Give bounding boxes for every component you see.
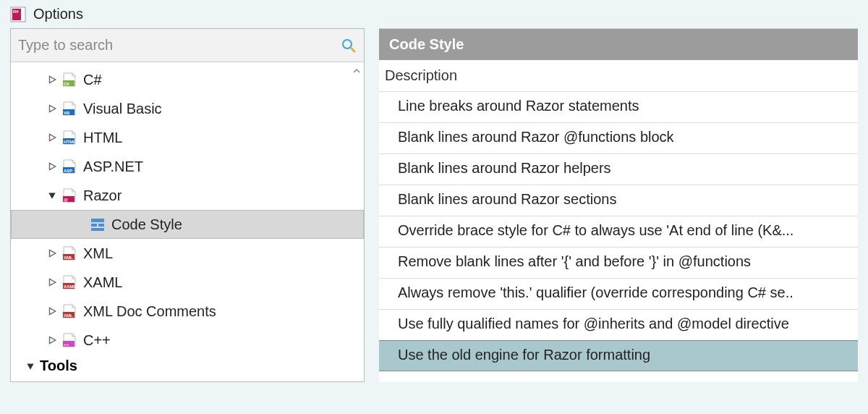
tree: C#C#VBVisual BasicHTMLHTMLASPASP.NET@Raz… xyxy=(11,62,364,381)
caret-down-icon xyxy=(47,190,57,200)
xaml-file-icon: XAML xyxy=(61,275,77,290)
caret-right-icon xyxy=(47,248,57,258)
search-input[interactable] xyxy=(15,33,341,58)
window-title: Options xyxy=(33,6,83,22)
svg-text:XML: XML xyxy=(64,313,73,318)
html-file-icon: HTML xyxy=(61,130,77,145)
main-header: Code Style xyxy=(379,29,858,60)
svg-text:ASP: ASP xyxy=(64,169,72,173)
asp-file-icon: ASP xyxy=(61,159,77,174)
tree-item-csharp[interactable]: C#C# xyxy=(11,65,364,94)
tree-item-cpp[interactable]: ++C++ xyxy=(11,326,364,355)
tree-item-label: HTML xyxy=(83,130,122,146)
option-item[interactable]: Always remove 'this.' qualifier (overrid… xyxy=(379,278,858,309)
caret-right-icon xyxy=(47,335,57,345)
caret-right-icon xyxy=(47,306,57,316)
tree-item-label: Razor xyxy=(83,187,122,204)
tree-item-xmldoc[interactable]: XMLXML Doc Comments xyxy=(11,297,364,326)
description-label: Description xyxy=(379,60,858,91)
sidebar: C#C#VBVisual BasicHTMLHTMLASPASP.NET@Raz… xyxy=(10,28,365,382)
code-style-icon xyxy=(90,217,106,232)
tree-item-html[interactable]: HTMLHTML xyxy=(11,123,364,152)
tree-item-vb[interactable]: VBVisual Basic xyxy=(11,94,364,123)
csharp-file-icon: C# xyxy=(61,72,77,87)
option-item[interactable]: Line breaks around Razor statements xyxy=(379,91,858,122)
svg-text:@: @ xyxy=(64,198,68,202)
tree-item-label: Visual Basic xyxy=(83,101,162,117)
svg-text:XML: XML xyxy=(64,255,73,260)
option-item[interactable]: Override brace style for C# to always us… xyxy=(379,216,858,247)
svg-rect-17 xyxy=(98,224,104,227)
svg-rect-15 xyxy=(91,219,104,222)
tree-item-label: Code Style xyxy=(111,216,182,233)
search-icon[interactable] xyxy=(341,38,357,54)
option-item[interactable]: Blank lines around Razor sections xyxy=(379,185,858,216)
option-item[interactable]: Blank lines around Razor helpers xyxy=(379,153,858,185)
caret-right-icon xyxy=(47,75,57,85)
tree-item-razor[interactable]: @Razor xyxy=(11,181,364,210)
tree-item-label: ASP.NET xyxy=(83,159,143,175)
tree-item-xml[interactable]: XMLXML xyxy=(11,239,364,268)
caret-right-icon xyxy=(47,104,57,114)
svg-text:R#: R# xyxy=(13,9,19,14)
xml-file-icon: XML xyxy=(61,246,77,261)
tree-item-xaml[interactable]: XAMLXAML xyxy=(11,268,364,297)
svg-point-3 xyxy=(343,40,352,48)
svg-line-4 xyxy=(351,48,355,52)
caret-right-icon xyxy=(47,132,57,143)
tools-label: Tools xyxy=(40,358,77,374)
caret-down-icon xyxy=(25,361,35,371)
option-item[interactable]: Use the old engine for Razor formatting xyxy=(379,340,858,371)
options-list: Line breaks around Razor statementsBlank… xyxy=(379,91,858,371)
caret-right-icon xyxy=(47,277,57,287)
option-item[interactable]: Blank lines around Razor @functions bloc… xyxy=(379,122,858,153)
svg-text:XAML: XAML xyxy=(64,284,76,289)
svg-text:VB: VB xyxy=(64,111,70,115)
svg-text:C#: C# xyxy=(64,82,69,86)
tree-item-label: C++ xyxy=(83,332,111,349)
tree-section-tools[interactable]: Tools xyxy=(11,355,364,381)
razor-file-icon: @ xyxy=(61,188,77,203)
tree-item-label: XAML xyxy=(83,274,122,291)
option-item[interactable]: Use fully qualified names for @inherits … xyxy=(379,309,858,340)
caret-right-icon xyxy=(47,161,57,172)
main-panel: Code Style Description Line breaks aroun… xyxy=(379,28,858,382)
app-icon: R# xyxy=(10,7,26,22)
tree-item-label: C# xyxy=(83,72,102,88)
option-item[interactable]: Remove blank lines after '{' and before … xyxy=(379,247,858,278)
svg-text:++: ++ xyxy=(64,342,69,347)
svg-text:HTML: HTML xyxy=(64,140,76,144)
tree-item-label: XML xyxy=(83,245,113,262)
search-row xyxy=(11,29,364,62)
svg-rect-18 xyxy=(91,228,104,231)
svg-rect-16 xyxy=(91,224,97,227)
tree-item-asp[interactable]: ASPASP.NET xyxy=(11,152,364,181)
tree-item-code-style[interactable]: Code Style xyxy=(11,210,364,239)
scroll-up-icon[interactable] xyxy=(352,67,361,75)
xmldoc-file-icon: XML xyxy=(61,304,77,318)
cpp-file-icon: ++ xyxy=(61,333,77,347)
vb-file-icon: VB xyxy=(61,101,77,116)
tree-item-label: XML Doc Comments xyxy=(83,303,216,320)
